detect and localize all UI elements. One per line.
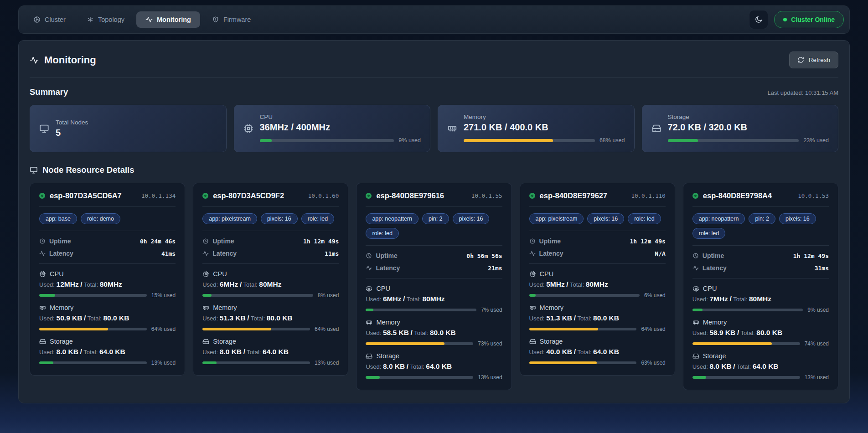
node-card: esp-840D8E9798A4 10.0.1.53 app: neopatte… xyxy=(683,183,838,390)
nav-tabs: ClusterTopologyMonitoringFirmware xyxy=(24,11,260,28)
progress-track xyxy=(692,376,800,379)
refresh-label: Refresh xyxy=(809,57,830,63)
total-label: Total: xyxy=(84,281,98,288)
node-badge: role: led xyxy=(692,228,725,239)
fan-icon xyxy=(33,16,41,23)
total-label: Total: xyxy=(577,315,591,322)
uptime-value: 0h 56m 56s xyxy=(466,253,502,259)
used-value: 12MHz xyxy=(57,280,79,288)
monitor-icon xyxy=(39,124,49,134)
percent-used-label: 64% used xyxy=(315,326,339,332)
resource-values: Used: 6MHz / Total: 80MHz xyxy=(366,295,502,303)
used-label: Used: xyxy=(529,315,545,322)
resource-section: Storage Used: 8.0 KB / Total: 64.0 KB 13… xyxy=(366,352,502,381)
tab-firmware[interactable]: Firmware xyxy=(203,11,260,28)
progress-fill xyxy=(202,361,217,364)
used-value: 58.5 KB xyxy=(383,329,409,336)
card-divider xyxy=(692,245,829,246)
card-divider xyxy=(366,245,502,246)
total-value: 80.0 KB xyxy=(430,329,456,336)
progress-track xyxy=(668,139,799,142)
resource-progress-bar: 64% used xyxy=(39,326,176,332)
progress-fill xyxy=(366,376,380,379)
percent-used-label: 23% used xyxy=(803,137,829,144)
resource-label: Storage xyxy=(703,352,726,360)
card-divider xyxy=(692,278,829,278)
summary-card: Storage 72.0 KB / 320.0 KB 23% used xyxy=(642,105,839,152)
resource-section: Storage Used: 8.0 KB / Total: 64.0 KB 13… xyxy=(692,352,829,381)
panel-header: Monitoring Refresh xyxy=(30,52,838,68)
resource-progress-bar: 63% used xyxy=(529,360,666,366)
tab-label: Firmware xyxy=(223,16,251,23)
progress-track xyxy=(39,294,147,297)
theme-toggle-button[interactable] xyxy=(749,10,768,29)
tab-monitoring[interactable]: Monitoring xyxy=(136,11,200,28)
tab-topology[interactable]: Topology xyxy=(78,11,134,28)
progress-fill xyxy=(692,309,703,311)
used-value: 6MHz xyxy=(383,295,401,303)
resource-progress-bar: 6% used xyxy=(529,292,666,299)
total-value: 80MHz xyxy=(423,295,445,303)
cpu-icon xyxy=(39,271,46,278)
used-value: 51.3 KB xyxy=(220,314,246,322)
node-badges: app: baserole: demo xyxy=(39,213,176,224)
tab-cluster[interactable]: Cluster xyxy=(24,11,75,28)
refresh-icon xyxy=(797,57,804,63)
activity-icon xyxy=(202,250,209,257)
progress-track xyxy=(202,328,310,330)
resource-values: Used: 8.0 KB / Total: 64.0 KB xyxy=(39,348,176,356)
card-divider xyxy=(366,278,502,278)
progress-fill xyxy=(39,294,55,297)
resource-section: CPU Used: 12MHz / Total: 80MHz 15% used xyxy=(39,270,176,299)
summary-heading: Summary xyxy=(30,87,68,97)
latency-row: Latency 31ms xyxy=(692,264,829,272)
node-badge: pin: 2 xyxy=(422,213,449,224)
total-value: 64.0 KB xyxy=(753,362,779,370)
total-value: 80MHz xyxy=(259,280,281,288)
summary-card-label: Total Nodes xyxy=(56,119,217,126)
node-badge: app: pixelstream xyxy=(202,213,257,224)
online-dot-icon xyxy=(783,18,787,21)
used-label: Used: xyxy=(692,330,708,336)
tab-label: Monitoring xyxy=(157,16,191,23)
memory-icon xyxy=(39,304,46,311)
last-updated-text: Last updated: 10:31:15 AM xyxy=(768,89,838,96)
card-divider xyxy=(202,263,339,264)
used-label: Used: xyxy=(39,349,55,356)
node-card-header: esp-807D3A5CD6A7 10.0.1.134 xyxy=(39,191,176,200)
progress-fill xyxy=(529,328,598,330)
resource-progress-bar: 73% used xyxy=(366,340,502,347)
total-value: 64.0 KB xyxy=(426,362,452,370)
used-label: Used: xyxy=(692,363,708,370)
nav-right: Cluster Online xyxy=(749,10,844,29)
storage-icon xyxy=(651,124,661,134)
memory-icon xyxy=(366,319,372,326)
refresh-button[interactable]: Refresh xyxy=(789,52,838,68)
node-name: esp-807D3A5CD9F2 xyxy=(213,191,303,200)
uptime-label: Uptime xyxy=(703,252,724,259)
total-label: Total: xyxy=(733,296,747,303)
node-status-dot-icon xyxy=(692,193,698,199)
progress-track xyxy=(39,328,147,330)
percent-used-label: 64% used xyxy=(151,326,176,332)
summary-header: Summary Last updated: 10:31:15 AM xyxy=(30,87,838,97)
node-status-dot-icon xyxy=(202,193,208,199)
resource-values: Used: 8.0 KB / Total: 64.0 KB xyxy=(692,362,829,371)
resource-label: Memory xyxy=(50,304,73,311)
resource-label: CPU xyxy=(540,270,554,278)
node-card-header: esp-807D3A5CD9F2 10.0.1.60 xyxy=(202,191,339,200)
node-name: esp-840D8E979627 xyxy=(540,191,627,200)
resource-values: Used: 50.9 KB / Total: 80.0 KB xyxy=(39,314,176,322)
latency-label: Latency xyxy=(539,250,563,257)
resource-progress-bar: 13% used xyxy=(366,374,502,381)
percent-used-label: 13% used xyxy=(315,360,339,366)
latency-value: 11ms xyxy=(325,250,339,257)
progress-fill xyxy=(692,342,772,345)
memory-icon xyxy=(692,319,699,326)
latency-value: 41ms xyxy=(161,250,176,257)
total-label: Total: xyxy=(83,349,98,356)
resource-section: Memory Used: 51.3 KB / Total: 80.0 KB 64… xyxy=(529,304,666,332)
progress-track xyxy=(366,309,476,311)
used-value: 40.0 KB xyxy=(546,348,572,356)
percent-used-label: 8% used xyxy=(318,292,339,299)
